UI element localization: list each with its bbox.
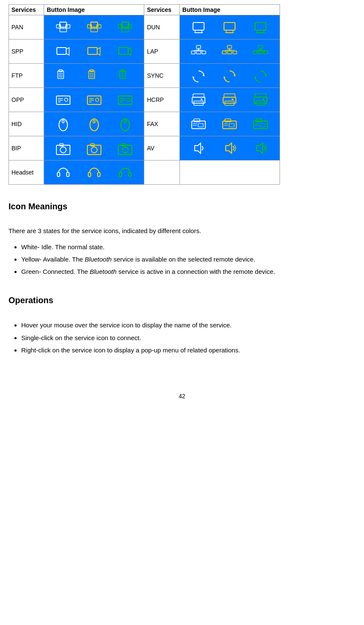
service-opp: OPP: [9, 88, 44, 112]
svg-rect-25: [255, 23, 266, 30]
svg-rect-44: [258, 45, 263, 48]
icon-meanings-heading: Icon Meanings: [8, 202, 356, 211]
svg-rect-45: [253, 51, 257, 54]
svg-rect-23: [224, 23, 235, 30]
hid-icon-white: [54, 116, 72, 132]
col4-header: Button Image: [179, 5, 280, 15]
svg-rect-30: [196, 45, 201, 48]
opp-icon-yellow: [85, 92, 103, 108]
headset-icon-green: [116, 164, 134, 180]
sync-icon-yellow: [221, 68, 238, 84]
icon-meanings-section: Icon Meanings There are 3 states for the…: [8, 202, 356, 276]
svg-rect-135: [57, 172, 60, 177]
opp-icon-green: [116, 92, 134, 108]
svg-point-127: [91, 147, 97, 153]
hid-icon-green: [116, 116, 134, 132]
svg-rect-27: [57, 48, 66, 54]
hcrp-icon-green: [252, 92, 269, 108]
svg-rect-115: [229, 124, 234, 127]
svg-marker-71: [255, 76, 257, 79]
service-bip: BIP: [9, 136, 44, 160]
col1-header: Services: [9, 5, 44, 15]
headset-icon-yellow: [85, 164, 103, 180]
svg-rect-137: [88, 172, 91, 177]
ftp-icon-green: [116, 68, 134, 84]
svg-rect-39: [227, 51, 232, 54]
dun-icon-white: [190, 19, 207, 35]
icon-cell-headset: [44, 160, 144, 185]
icon-cell-spp: [44, 39, 144, 64]
svg-rect-40: [233, 51, 237, 54]
list-item: Single-click on the service icon to conn…: [21, 333, 356, 343]
svg-marker-70: [264, 74, 266, 76]
svg-rect-47: [264, 51, 268, 54]
icon-cell-hid: [44, 112, 144, 136]
service-pan: PAN: [9, 15, 44, 39]
svg-point-76: [64, 98, 68, 101]
svg-rect-38: [222, 51, 226, 54]
svg-rect-28: [88, 48, 97, 54]
svg-rect-91: [224, 94, 235, 97]
col3-header: Services: [144, 5, 179, 15]
icon-cell-ftp: [44, 64, 144, 88]
icon-cell-av: [179, 136, 280, 160]
svg-marker-69: [224, 76, 226, 79]
bip-icon-white: [54, 140, 72, 156]
svg-rect-32: [196, 51, 201, 54]
svg-rect-138: [98, 172, 100, 177]
svg-point-98: [263, 99, 264, 100]
lap-icon-white: [190, 43, 207, 59]
col2-header: Button Image: [44, 5, 144, 15]
service-ftp: FTP: [9, 64, 44, 88]
table-row: SPP LAP: [9, 39, 280, 64]
svg-rect-17: [122, 28, 129, 32]
lap-icon-yellow: [221, 43, 238, 59]
icon-cell-opp: [44, 88, 144, 112]
table-row: FTP: [9, 64, 280, 88]
table-row: BIP: [9, 136, 280, 160]
icon-cell-hcrp: [179, 88, 280, 112]
svg-rect-37: [227, 45, 232, 48]
table-row: PAN: [9, 15, 280, 39]
svg-rect-139: [119, 172, 122, 177]
svg-point-124: [60, 147, 66, 153]
svg-rect-110: [198, 124, 203, 127]
spp-icon-green: [116, 43, 134, 59]
svg-point-81: [95, 98, 99, 101]
icon-meanings-intro: There are 3 states for the service icons…: [8, 226, 356, 236]
pan-icon-green: [116, 19, 134, 35]
spp-icon-white: [54, 43, 72, 59]
hid-icon-yellow: [85, 116, 103, 132]
icon-cell-bip: [44, 136, 144, 160]
svg-point-94: [232, 99, 233, 100]
pan-icon-yellow: [85, 19, 103, 35]
sync-icon-white: [190, 68, 207, 84]
svg-point-86: [126, 98, 130, 101]
sync-icon-green: [252, 68, 269, 84]
svg-rect-33: [202, 51, 206, 54]
pan-icon-white: [54, 19, 72, 35]
icon-cell-lap: [179, 39, 280, 64]
fax-icon-white: [190, 116, 207, 132]
headset-icon-white: [54, 164, 72, 180]
svg-rect-3: [60, 28, 67, 32]
list-item: Yellow- Available. The Bluetooth service…: [21, 254, 356, 264]
svg-rect-31: [191, 51, 195, 54]
list-item: Hover your mouse over the service icon t…: [21, 320, 356, 330]
operations-list: Hover your mouse over the service icon t…: [21, 320, 356, 355]
spp-icon-yellow: [85, 43, 103, 59]
table-row: OPP: [9, 88, 280, 112]
service-sync: SYNC: [144, 64, 179, 88]
svg-marker-133: [226, 143, 232, 153]
list-item: Green- Connected. The Bluetooth service …: [21, 267, 356, 276]
hcrp-icon-white: [190, 92, 207, 108]
page-number: 42: [8, 393, 356, 400]
dun-icon-yellow: [221, 19, 238, 35]
av-icon-white: [190, 140, 207, 156]
svg-point-130: [122, 147, 128, 153]
dun-icon-green: [252, 19, 269, 35]
icon-meanings-list: White- Idle. The normal state. Yellow- A…: [21, 242, 356, 277]
lap-icon-green: [252, 43, 269, 59]
service-lap: LAP: [144, 39, 179, 64]
opp-icon-white: [54, 92, 72, 108]
